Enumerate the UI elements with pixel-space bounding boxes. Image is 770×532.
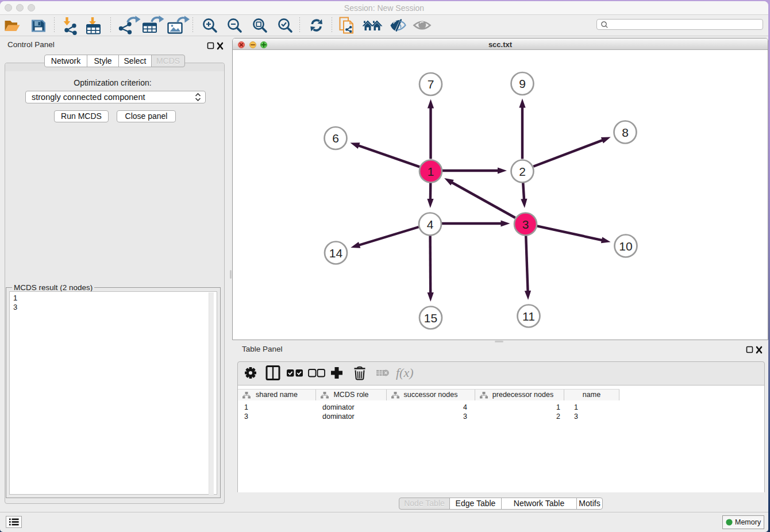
svg-text:f(x): f(x) xyxy=(396,365,414,380)
svg-text:7: 7 xyxy=(428,78,434,91)
svg-text:8: 8 xyxy=(622,125,629,138)
svg-text:14: 14 xyxy=(329,246,343,259)
svg-text:1: 1 xyxy=(428,164,434,178)
svg-text:9: 9 xyxy=(519,77,526,90)
svg-text:10: 10 xyxy=(619,239,632,252)
svg-text:15: 15 xyxy=(424,311,437,324)
svg-text:11: 11 xyxy=(522,309,535,322)
svg-text:3: 3 xyxy=(522,217,529,230)
svg-text:2: 2 xyxy=(519,164,526,178)
svg-text:6: 6 xyxy=(332,132,339,145)
svg-text:4: 4 xyxy=(427,217,434,230)
